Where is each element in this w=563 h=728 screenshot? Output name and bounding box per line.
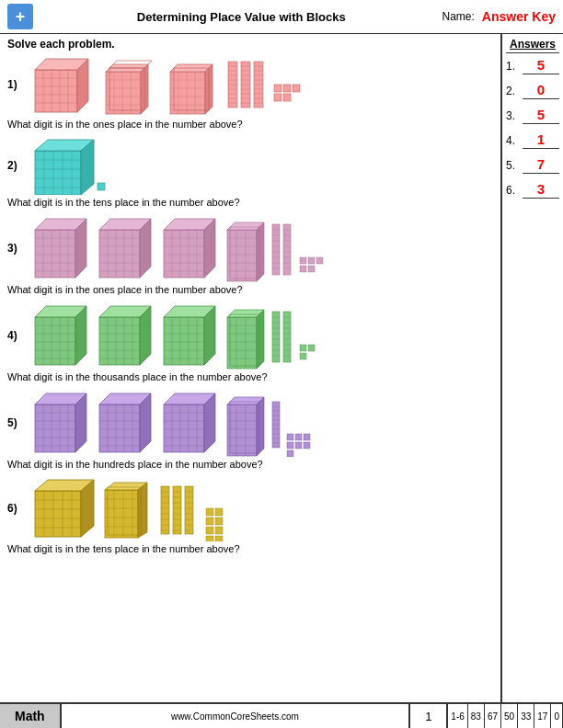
svg-rect-282 — [287, 450, 293, 457]
footer-stat-4: 33 — [518, 704, 534, 728]
instruction: Solve each problem. — [7, 38, 493, 51]
content-area: Solve each problem. 1) — [0, 34, 500, 702]
svg-rect-280 — [295, 442, 302, 449]
svg-rect-163 — [99, 317, 140, 365]
problem-2-num: 2) — [7, 159, 22, 172]
svg-rect-80 — [98, 183, 105, 190]
problem-5-row: 5) — [7, 388, 493, 457]
svg-rect-255 — [227, 404, 257, 456]
problem-6-question: What digit is in the tens place in the n… — [7, 543, 493, 554]
answer-item-4: 4. 1 — [506, 131, 559, 149]
svg-rect-314 — [173, 486, 181, 534]
answer-num-3: 3. — [506, 109, 523, 122]
svg-rect-283 — [35, 491, 81, 537]
answer-value-1: 5 — [523, 57, 559, 74]
svg-rect-217 — [308, 345, 315, 351]
svg-rect-336 — [206, 527, 213, 534]
svg-rect-93 — [99, 230, 140, 278]
svg-rect-11 — [106, 72, 141, 114]
problem-1-row: 1) — [7, 52, 493, 117]
svg-rect-150 — [308, 266, 315, 272]
answer-value-3: 5 — [523, 107, 559, 124]
problem-6: 6) — [7, 475, 493, 554]
svg-rect-175 — [164, 317, 204, 365]
answer-item-3: 3. 5 — [506, 107, 559, 124]
svg-rect-276 — [287, 434, 293, 440]
svg-rect-23 — [170, 72, 205, 114]
svg-marker-257 — [257, 397, 264, 456]
answer-num-2: 2. — [506, 85, 523, 97]
answer-item-5: 5. 7 — [506, 156, 559, 174]
problem-1-blocks — [26, 52, 339, 117]
answer-key-label: Answer Key — [482, 9, 556, 24]
svg-rect-117 — [227, 230, 257, 281]
svg-marker-296 — [138, 483, 147, 538]
problem-1-num: 1) — [7, 78, 22, 91]
main-area: Solve each problem. 1) — [0, 34, 563, 702]
footer-stats: 1-6 83 67 50 33 17 0 — [448, 704, 563, 728]
footer-url: www.CommonCoreSheets.com — [62, 711, 408, 722]
footer-stat-3: 50 — [501, 704, 518, 728]
answer-item-1: 1. 5 — [506, 57, 559, 74]
svg-rect-67 — [274, 94, 282, 101]
answer-value-2: 0 — [523, 82, 559, 99]
svg-rect-128 — [272, 224, 280, 275]
problem-4: 4) — [7, 301, 493, 382]
svg-rect-0 — [35, 70, 77, 112]
svg-rect-149 — [300, 266, 306, 272]
svg-rect-207 — [283, 312, 291, 362]
answer-num-6: 6. — [506, 184, 523, 197]
problem-6-num: 6) — [7, 502, 22, 515]
svg-rect-198 — [272, 312, 280, 362]
answer-value-6: 3 — [523, 181, 559, 199]
footer-stat-5: 17 — [534, 704, 551, 728]
svg-rect-305 — [161, 486, 169, 534]
answer-num-5: 5. — [506, 159, 523, 172]
footer-stat-range: 1-6 — [448, 704, 467, 728]
answer-num-4: 4. — [506, 134, 523, 147]
svg-rect-146 — [300, 257, 306, 264]
problem-4-question: What digit is in the thousands place in … — [7, 371, 493, 382]
svg-rect-337 — [215, 527, 223, 534]
problem-4-blocks — [26, 301, 394, 370]
problem-1: 1) — [7, 52, 493, 130]
problem-5-question: What digit is in the hundreds place in t… — [7, 459, 493, 470]
svg-rect-137 — [283, 224, 291, 275]
svg-rect-294 — [105, 490, 138, 538]
svg-rect-187 — [227, 317, 257, 369]
svg-rect-278 — [304, 434, 310, 440]
answer-num-1: 1. — [506, 60, 523, 73]
answers-sidebar: Answers 1. 5 2. 0 3. 5 4. 1 5. 7 6 — [500, 34, 563, 702]
svg-rect-281 — [304, 442, 310, 449]
svg-rect-151 — [35, 317, 75, 365]
page: + Determining Place Value with Blocks Na… — [0, 0, 563, 728]
svg-rect-219 — [35, 404, 75, 452]
footer-math-label: Math — [0, 704, 62, 728]
problem-2-question: What digit is in the tens place in the n… — [7, 197, 493, 208]
svg-rect-279 — [287, 442, 293, 449]
footer-stat-6: 0 — [551, 704, 563, 728]
svg-rect-243 — [164, 404, 204, 452]
svg-rect-148 — [316, 257, 323, 264]
svg-rect-64 — [274, 85, 282, 92]
svg-rect-65 — [283, 85, 291, 92]
problem-6-blocks — [26, 475, 339, 541]
problem-4-row: 4) — [7, 301, 493, 370]
problem-4-num: 4) — [7, 329, 22, 342]
svg-rect-335 — [215, 518, 223, 525]
logo-symbol: + — [16, 7, 26, 27]
svg-rect-334 — [206, 518, 213, 525]
problem-5: 5) — [7, 388, 493, 470]
svg-rect-105 — [164, 230, 204, 278]
answer-value-4: 1 — [523, 131, 559, 149]
footer-stat-1: 83 — [468, 704, 485, 728]
problem-3-num: 3) — [7, 242, 22, 255]
svg-rect-339 — [215, 536, 223, 541]
name-label: Name: — [442, 10, 475, 23]
problem-5-num: 5) — [7, 416, 22, 429]
svg-rect-332 — [206, 508, 213, 516]
problem-3-question: What digit is in the ones place in the n… — [7, 284, 493, 295]
answer-item-2: 2. 0 — [506, 82, 559, 99]
problem-6-row: 6) — [7, 475, 493, 541]
answer-value-5: 7 — [523, 156, 559, 174]
